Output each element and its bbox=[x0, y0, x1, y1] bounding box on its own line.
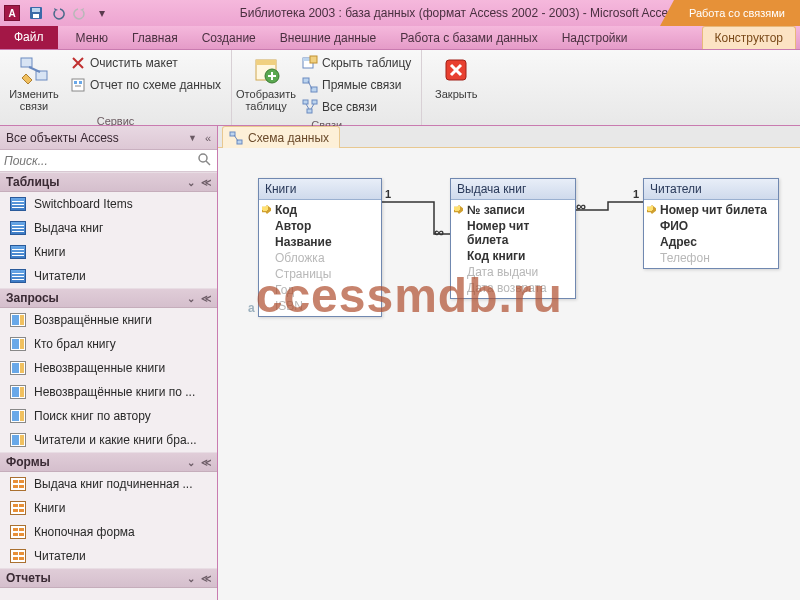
nav-item-label: Невозвращённые книги по ... bbox=[34, 385, 195, 399]
relationships-surface[interactable]: 1 ∞ ∞ 1 КнигиКодАвторНазваниеОбложкаСтра… bbox=[218, 147, 800, 600]
nav-item[interactable]: Читатели bbox=[0, 544, 217, 568]
query-icon bbox=[10, 385, 26, 399]
qat-dropdown[interactable]: ▾ bbox=[92, 3, 112, 23]
nav-item-label: Читатели bbox=[34, 549, 86, 563]
relationships-icon bbox=[229, 131, 243, 145]
search-input[interactable] bbox=[4, 154, 197, 168]
table-field[interactable]: Страницы bbox=[259, 266, 381, 282]
table-field[interactable]: Адрес bbox=[644, 234, 778, 250]
tab-database-tools[interactable]: Работа с базами данных bbox=[388, 26, 549, 49]
nav-item[interactable]: Невозвращенные книги bbox=[0, 356, 217, 380]
document-tab-schema[interactable]: Схема данных bbox=[222, 126, 340, 148]
nav-item-label: Возвращённые книги bbox=[34, 313, 152, 327]
edit-relationships-button[interactable]: Изменить связи bbox=[6, 52, 62, 114]
table-field[interactable]: Номер чит билета bbox=[451, 218, 575, 248]
query-icon bbox=[10, 313, 26, 327]
svg-rect-9 bbox=[256, 60, 276, 65]
table-field[interactable]: ISBN bbox=[259, 298, 381, 314]
table-box-readers[interactable]: ЧитателиНомер чит билетаФИОАдресТелефон bbox=[643, 178, 779, 269]
show-table-button[interactable]: Отобразить таблицу bbox=[238, 52, 294, 114]
chevron-down-icon: ▼ bbox=[188, 133, 197, 143]
cardinality-one: 1 bbox=[632, 188, 640, 200]
table-field[interactable]: Дата выдачи bbox=[451, 264, 575, 280]
table-icon bbox=[10, 245, 26, 259]
nav-pane-header[interactable]: Все объекты Access ▼ « bbox=[0, 126, 217, 150]
app-icon: A bbox=[4, 5, 20, 21]
table-box-header[interactable]: Книги bbox=[259, 179, 381, 200]
nav-group-header[interactable]: Запросы⌄ ≪ bbox=[0, 288, 217, 308]
context-tab-strip: Работа со связями bbox=[674, 0, 800, 26]
table-field[interactable]: Код bbox=[259, 202, 381, 218]
file-tab[interactable]: Файл bbox=[0, 25, 58, 49]
nav-item[interactable]: Читатели bbox=[0, 264, 217, 288]
nav-item-label: Поиск книг по автору bbox=[34, 409, 151, 423]
table-box-header[interactable]: Выдача книг bbox=[451, 179, 575, 200]
nav-item-label: Кнопочная форма bbox=[34, 525, 135, 539]
undo-button[interactable] bbox=[48, 3, 68, 23]
nav-item[interactable]: Книги bbox=[0, 240, 217, 264]
tab-design[interactable]: Конструктор bbox=[702, 26, 796, 49]
nav-item[interactable]: Switchboard Items bbox=[0, 192, 217, 216]
nav-group-header[interactable]: Формы⌄ ≪ bbox=[0, 452, 217, 472]
table-field[interactable]: Автор bbox=[259, 218, 381, 234]
nav-item[interactable]: Невозвращённые книги по ... bbox=[0, 380, 217, 404]
form-icon bbox=[10, 549, 26, 563]
table-field[interactable]: Название bbox=[259, 234, 381, 250]
svg-rect-6 bbox=[74, 81, 77, 84]
hide-table-button[interactable]: Скрыть таблицу bbox=[298, 52, 415, 74]
quick-access-toolbar: ▾ bbox=[26, 3, 112, 23]
redo-button[interactable] bbox=[70, 3, 90, 23]
document-area: Схема данных 1 ∞ ∞ 1 КнигиКодАвторНазван… bbox=[218, 126, 800, 600]
table-field[interactable]: Код книги bbox=[451, 248, 575, 264]
table-field[interactable]: Номер чит билета bbox=[644, 202, 778, 218]
svg-rect-16 bbox=[303, 100, 308, 104]
all-relationships-button[interactable]: Все связи bbox=[298, 96, 415, 118]
table-field[interactable]: Обложка bbox=[259, 250, 381, 266]
table-box-header[interactable]: Читатели bbox=[644, 179, 778, 200]
tab-create[interactable]: Создание bbox=[190, 26, 268, 49]
tab-home[interactable]: Главная bbox=[120, 26, 190, 49]
nav-item[interactable]: Читатели и какие книги бра... bbox=[0, 428, 217, 452]
title-bar: A ▾ Библиотека 2003 : база данных (форма… bbox=[0, 0, 800, 26]
table-field[interactable]: Год bbox=[259, 282, 381, 298]
query-icon bbox=[10, 409, 26, 423]
svg-rect-13 bbox=[310, 56, 317, 63]
nav-item[interactable]: Выдача книг bbox=[0, 216, 217, 240]
ribbon-group-close: Закрыть bbox=[422, 50, 490, 125]
shutter-collapse-icon[interactable]: « bbox=[205, 132, 211, 144]
cardinality-one: 1 bbox=[384, 188, 392, 200]
nav-item[interactable]: Возвращённые книги bbox=[0, 308, 217, 332]
nav-search[interactable] bbox=[0, 150, 217, 172]
nav-group-header[interactable]: Таблицы⌄ ≪ bbox=[0, 172, 217, 192]
save-button[interactable] bbox=[26, 3, 46, 23]
nav-group-header[interactable]: Отчеты⌄ ≪ bbox=[0, 568, 217, 588]
cardinality-many: ∞ bbox=[576, 198, 586, 214]
table-box-books[interactable]: КнигиКодАвторНазваниеОбложкаСтраницыГодI… bbox=[258, 178, 382, 317]
tab-addins[interactable]: Надстройки bbox=[550, 26, 640, 49]
collapse-icon: ⌄ ≪ bbox=[187, 293, 211, 304]
table-icon bbox=[10, 221, 26, 235]
clear-layout-button[interactable]: Очистить макет bbox=[66, 52, 225, 74]
table-field[interactable]: № записи bbox=[451, 202, 575, 218]
table-field[interactable]: ФИО bbox=[644, 218, 778, 234]
collapse-icon: ⌄ ≪ bbox=[187, 177, 211, 188]
form-icon bbox=[10, 501, 26, 515]
collapse-icon: ⌄ ≪ bbox=[187, 573, 211, 584]
nav-item[interactable]: Поиск книг по автору bbox=[0, 404, 217, 428]
tab-external-data[interactable]: Внешние данные bbox=[268, 26, 389, 49]
direct-relationships-button[interactable]: Прямые связи bbox=[298, 74, 415, 96]
tab-menu[interactable]: Меню bbox=[64, 26, 120, 49]
nav-item[interactable]: Книги bbox=[0, 496, 217, 520]
nav-item[interactable]: Кнопочная форма bbox=[0, 520, 217, 544]
nav-item-label: Выдача книг bbox=[34, 221, 103, 235]
relationship-report-button[interactable]: Отчет по схеме данных bbox=[66, 74, 225, 96]
close-button[interactable]: Закрыть bbox=[428, 52, 484, 102]
nav-item[interactable]: Кто брал книгу bbox=[0, 332, 217, 356]
table-field[interactable]: Дата возврата bbox=[451, 280, 575, 296]
svg-rect-5 bbox=[72, 79, 84, 91]
nav-item[interactable]: Выдача книг подчиненная ... bbox=[0, 472, 217, 496]
table-box-issue[interactable]: Выдача книг№ записиНомер чит билетаКод к… bbox=[450, 178, 576, 299]
nav-item-label: Читатели bbox=[34, 269, 86, 283]
table-field[interactable]: Телефон bbox=[644, 250, 778, 266]
svg-rect-2 bbox=[33, 14, 39, 18]
